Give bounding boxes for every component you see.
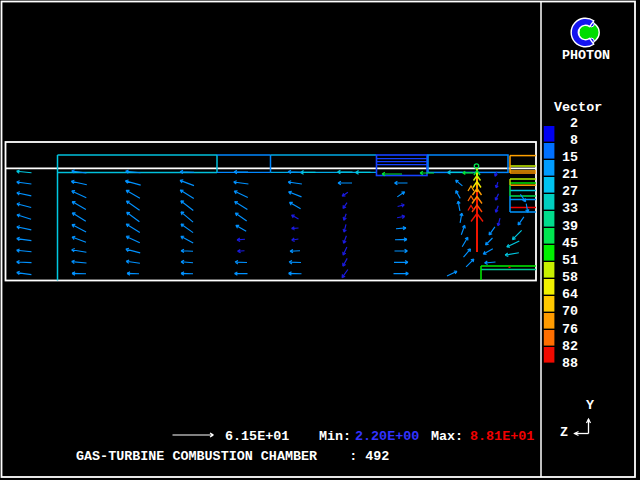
svg-text:51: 51 xyxy=(562,253,578,268)
svg-text:PHOTON: PHOTON xyxy=(562,48,610,63)
svg-text:39: 39 xyxy=(562,219,578,234)
svg-text:15: 15 xyxy=(562,150,578,165)
svg-text:76: 76 xyxy=(562,322,578,337)
svg-text:33: 33 xyxy=(562,201,578,216)
svg-text:58: 58 xyxy=(562,270,578,285)
svg-text:82: 82 xyxy=(562,339,578,354)
svg-text:GAS-TURBINE COMBUSTION CHAMBER: GAS-TURBINE COMBUSTION CHAMBER : 492 xyxy=(76,449,389,464)
svg-text:2: 2 xyxy=(570,116,578,131)
svg-text:Vector: Vector xyxy=(554,100,602,115)
svg-text:70: 70 xyxy=(562,304,578,319)
svg-text:8.81E+01: 8.81E+01 xyxy=(470,429,534,444)
svg-text:45: 45 xyxy=(562,236,578,251)
svg-text:Min:: Min: xyxy=(319,429,351,444)
svg-text:6.15E+01: 6.15E+01 xyxy=(225,429,289,444)
svg-text:27: 27 xyxy=(562,184,578,199)
svg-text:2.20E+00: 2.20E+00 xyxy=(355,429,419,444)
svg-text:64: 64 xyxy=(562,287,578,302)
svg-text:21: 21 xyxy=(562,167,578,182)
svg-text:Z: Z xyxy=(560,425,568,440)
svg-text:88: 88 xyxy=(562,356,578,371)
svg-text:Y: Y xyxy=(586,398,595,413)
svg-text:Max:: Max: xyxy=(431,429,463,444)
svg-text:8: 8 xyxy=(570,133,578,148)
